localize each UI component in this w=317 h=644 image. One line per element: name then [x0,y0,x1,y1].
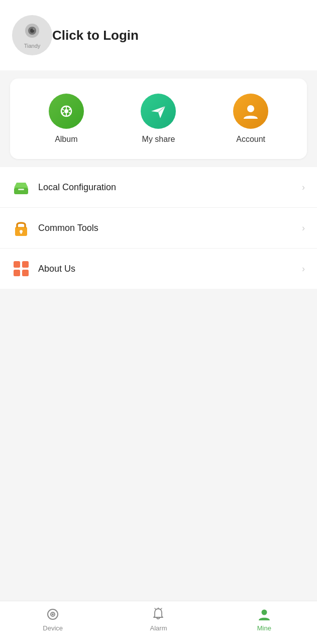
svg-rect-19 [21,231,22,234]
quick-action-account[interactable]: Account [233,94,268,144]
device-nav-label: Device [43,624,63,632]
quick-action-album[interactable]: Album [49,94,84,144]
svg-point-26 [52,613,54,615]
alarm-nav-label: Alarm [150,624,167,632]
account-icon-bg [233,94,268,129]
svg-rect-16 [18,189,24,190]
common-tools-icon-wrapper [12,219,30,237]
svg-rect-21 [22,261,29,268]
quick-action-share[interactable]: My share [141,94,176,144]
svg-point-3 [33,28,35,30]
mine-nav-icon [257,607,271,621]
local-config-icon-wrapper [12,178,30,196]
menu-section: Local Configuration › Common Tools › [0,167,317,289]
share-label: My share [142,135,175,144]
local-config-icon [13,179,30,196]
svg-rect-20 [14,261,20,268]
brand-name: Tiandy [24,43,41,49]
album-icon-bg [49,94,84,129]
nav-item-device[interactable]: Device [0,607,105,632]
svg-point-5 [64,109,68,113]
local-config-label: Local Configuration [38,182,302,193]
svg-rect-23 [22,270,29,276]
svg-rect-22 [14,270,20,276]
bottom-navigation: Device Alarm Mine [0,601,317,644]
common-tools-icon [13,219,29,237]
account-label: Account [236,135,265,144]
nav-item-mine[interactable]: Mine [212,607,317,632]
svg-line-28 [161,608,162,609]
about-us-icon-wrapper [12,260,30,278]
device-nav-icon [46,607,60,621]
common-tools-chevron: › [302,223,305,233]
login-prompt[interactable]: Click to Login [52,28,139,43]
album-label: Album [55,135,77,144]
quick-actions-card: Album My share Account [10,78,307,159]
about-us-label: About Us [38,264,302,274]
share-icon-bg [141,94,176,129]
local-config-chevron: › [302,182,305,193]
menu-item-local-config[interactable]: Local Configuration › [0,167,317,208]
nav-item-alarm[interactable]: Alarm [105,607,211,632]
alarm-nav-icon [151,607,165,621]
share-icon [149,102,167,120]
menu-item-common-tools[interactable]: Common Tools › [0,208,317,249]
svg-point-14 [247,105,254,112]
common-tools-label: Common Tools [38,223,302,233]
brand-logo[interactable]: Tiandy [12,15,52,55]
about-us-chevron: › [302,264,305,274]
about-us-icon [13,260,30,277]
header: Tiandy Click to Login [0,0,317,70]
svg-rect-15 [14,188,28,194]
menu-item-about-us[interactable]: About Us › [0,249,317,289]
svg-line-27 [155,608,156,609]
main-content: Album My share Account [0,70,317,644]
svg-point-30 [261,610,267,615]
album-icon [57,102,76,121]
account-icon [241,102,260,121]
mine-nav-label: Mine [257,624,271,632]
